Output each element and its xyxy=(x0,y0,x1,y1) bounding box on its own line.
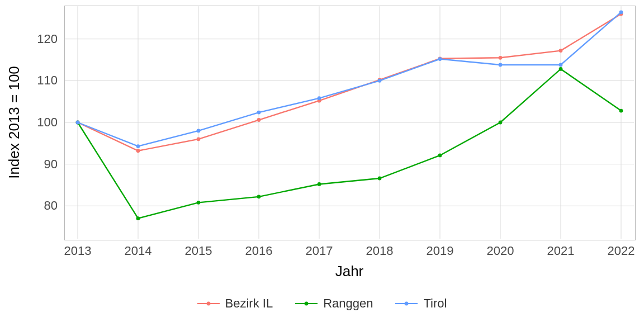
data-point xyxy=(619,109,623,113)
legend-item: Bezirk IL xyxy=(197,296,273,311)
y-tick-label: 80 xyxy=(44,198,58,212)
x-tick-label: 2017 xyxy=(306,244,333,258)
data-point xyxy=(499,63,503,67)
data-point xyxy=(378,79,382,83)
data-point xyxy=(559,63,563,67)
x-tick-label: 2015 xyxy=(185,244,212,258)
series-line xyxy=(78,14,621,151)
x-tick-label: 2022 xyxy=(608,244,635,258)
legend-swatch xyxy=(197,303,220,304)
data-lines xyxy=(76,11,623,221)
legend-label: Ranggen xyxy=(323,296,373,311)
data-point xyxy=(438,57,442,61)
x-tick-label: 2016 xyxy=(245,244,273,258)
data-point xyxy=(438,154,442,158)
legend: Bezirk ILRanggenTirol xyxy=(0,296,644,311)
x-tick-label: 2021 xyxy=(547,244,575,258)
series-line xyxy=(78,69,621,218)
legend-label: Tirol xyxy=(423,296,447,311)
data-point xyxy=(136,149,140,153)
data-point xyxy=(136,216,140,220)
x-tick-label: 2014 xyxy=(125,244,152,258)
grid-lines xyxy=(65,6,634,239)
legend-item: Ranggen xyxy=(295,296,373,311)
data-point xyxy=(499,56,503,60)
y-axis-title: Index 2013 = 100 xyxy=(6,66,22,179)
x-tick-label: 2020 xyxy=(487,244,514,258)
x-tick-labels: 2013201420152016201720182019202020212022 xyxy=(64,244,635,258)
data-point xyxy=(197,129,201,133)
data-point xyxy=(378,177,382,181)
data-point xyxy=(257,118,261,122)
legend-swatch xyxy=(295,303,318,304)
x-tick-label: 2019 xyxy=(427,244,454,258)
chart-viewport: 2013201420152016201720182019202020212022… xyxy=(0,0,644,322)
x-tick-label: 2013 xyxy=(64,244,92,258)
data-point xyxy=(318,96,321,100)
data-point xyxy=(499,121,503,125)
y-tick-label: 100 xyxy=(37,115,58,129)
data-point xyxy=(318,182,321,186)
y-tick-labels: 8090100110120 xyxy=(37,32,58,213)
data-point xyxy=(257,195,261,198)
y-tick-label: 120 xyxy=(37,32,58,46)
data-point xyxy=(197,137,201,141)
x-axis-title: Jahr xyxy=(335,263,364,280)
legend-label: Bezirk IL xyxy=(225,296,273,311)
data-point xyxy=(619,11,623,15)
legend-swatch xyxy=(395,303,418,304)
data-point xyxy=(559,49,563,53)
data-point xyxy=(559,67,563,71)
data-point xyxy=(257,111,261,115)
chart-svg: 2013201420152016201720182019202020212022… xyxy=(0,0,644,322)
y-tick-label: 110 xyxy=(37,73,58,87)
y-tick-label: 90 xyxy=(44,157,58,171)
data-point xyxy=(136,144,140,148)
data-point xyxy=(197,201,201,205)
data-point xyxy=(76,121,80,125)
x-tick-label: 2018 xyxy=(366,244,394,258)
legend-item: Tirol xyxy=(395,296,447,311)
series-line xyxy=(78,12,621,146)
